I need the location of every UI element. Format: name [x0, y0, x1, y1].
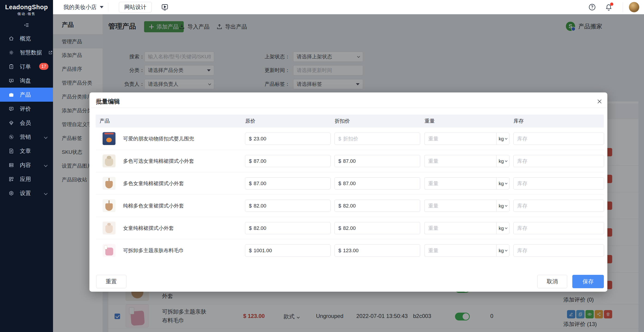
briefcase-icon — [8, 92, 14, 98]
chevron-down-icon — [505, 159, 507, 162]
column-weight: 重量 — [424, 114, 435, 128]
sidebar-item-label: 会员 — [20, 119, 31, 126]
product-image — [102, 177, 116, 190]
original-price-input[interactable]: $ — [245, 155, 330, 167]
sidebar-item-reviews[interactable]: 评价 — [0, 102, 53, 116]
weight-unit-select[interactable]: kg — [496, 222, 510, 234]
sidebar-item-articles[interactable]: 文章 — [0, 144, 53, 158]
original-price-input[interactable]: $ — [245, 244, 330, 256]
sidebar-item-orders[interactable]: 订单 17 — [0, 60, 53, 74]
top-bar: 我的美妆小店 网站设计 — [53, 0, 644, 14]
chevron-down-icon — [505, 226, 507, 229]
original-price-input[interactable]: $ — [245, 177, 330, 190]
column-discount: 折扣价 — [335, 114, 350, 128]
chevron-down-icon — [44, 164, 48, 167]
sidebar-item-label: 营销 — [20, 133, 31, 141]
weight-unit-select[interactable]: kg — [496, 155, 510, 167]
chevron-down-icon — [505, 182, 507, 184]
site-design-button[interactable]: 网站设计 — [119, 2, 152, 12]
sidebar-item-inquiries[interactable]: 询盘 — [0, 74, 53, 88]
sidebar-item-products[interactable]: 产品 — [0, 88, 53, 102]
weight-unit-select[interactable]: kg — [496, 244, 510, 256]
weight-unit-select[interactable]: kg — [496, 132, 510, 145]
product-name: 可爱的朋友动物搭扣式婴儿围兜 — [123, 135, 194, 142]
main-sidebar: LeadongShop 领动·领售 概览 智慧数据 订单 17 询盘 产品 — [0, 0, 53, 332]
weight-input[interactable] — [424, 244, 496, 256]
sidebar-item-marketing[interactable]: 营销 — [0, 130, 53, 144]
cancel-button[interactable]: 取消 — [537, 275, 567, 288]
sidebar-item-label: 智慧数据 — [20, 49, 42, 56]
discount-price-input[interactable]: $ — [334, 177, 420, 190]
product-image — [102, 244, 116, 257]
discount-price-input[interactable]: $ — [334, 132, 420, 145]
batch-edit-row: 多色女童纯棉裙摆式小外套 $ $ kg — [96, 172, 604, 194]
chevron-down-icon — [505, 137, 507, 140]
modal-title: 批量编辑 — [96, 98, 120, 106]
weight-input[interactable] — [424, 200, 496, 212]
batch-edit-row: 纯棉多色女童裙摆式小外套 $ $ kg — [96, 194, 604, 217]
stack-icon — [8, 162, 14, 168]
close-icon[interactable] — [595, 98, 604, 106]
original-price-input[interactable]: $ — [245, 200, 330, 212]
column-price: 原价 — [245, 114, 256, 128]
sidebar-item-smart-data[interactable]: 智慧数据 — [0, 46, 53, 60]
store-switcher[interactable]: 我的美妆小店 — [64, 0, 104, 14]
batch-edit-row: 女童纯棉裙摆式小外套 $ $ kg — [96, 217, 604, 239]
batch-edit-row: 多色可选女童纯棉裙摆式小外套 $ $ kg — [96, 150, 604, 172]
stock-input[interactable] — [513, 200, 604, 212]
collapse-sidebar-icon[interactable] — [24, 22, 30, 28]
sidebar-item-settings[interactable]: 设置 — [0, 186, 53, 200]
batch-edit-row: 可拆卸多主题亲肤布料毛巾 $ $ kg — [96, 239, 604, 262]
batch-edit-row: 可爱的朋友动物搭扣式婴儿围兜 $ $ kg — [96, 128, 604, 150]
weight-input[interactable] — [424, 222, 496, 234]
external-link-icon — [48, 50, 53, 55]
sidebar-item-label: 设置 — [20, 190, 31, 197]
weight-input[interactable] — [424, 177, 496, 190]
chevron-down-icon — [505, 249, 507, 251]
discount-badge-icon — [8, 134, 14, 140]
gear-icon — [8, 190, 14, 196]
sidebar-item-overview[interactable]: 概览 — [0, 31, 53, 46]
product-image — [102, 199, 116, 212]
avatar[interactable] — [629, 2, 640, 12]
sidebar-item-label: 概览 — [20, 35, 31, 42]
original-price-input[interactable]: $ — [245, 132, 330, 145]
chevron-down-icon — [505, 204, 507, 206]
chevron-down-icon — [44, 192, 48, 195]
logo: LeadongShop 领动·领售 — [0, 0, 53, 16]
save-button[interactable]: 保存 — [572, 275, 604, 288]
sidebar-item-members[interactable]: 会员 — [0, 116, 53, 130]
weight-unit-select[interactable]: kg — [496, 200, 510, 212]
weight-input[interactable] — [424, 132, 496, 145]
video-tutorial-icon[interactable] — [161, 3, 169, 11]
discount-price-input[interactable]: $ — [334, 244, 420, 256]
discount-price-input[interactable]: $ — [334, 222, 420, 234]
apps-grid-icon — [8, 176, 14, 182]
chevron-down-icon — [44, 135, 48, 139]
notifications-bell-icon[interactable] — [605, 3, 613, 11]
product-name: 可拆卸多主题亲肤布料毛巾 — [123, 247, 184, 254]
weight-input[interactable] — [424, 155, 496, 167]
diamond-icon — [8, 120, 14, 126]
store-name: 我的美妆小店 — [64, 4, 96, 11]
spark-icon — [8, 50, 14, 56]
stock-input[interactable] — [513, 222, 604, 234]
stock-input[interactable] — [513, 155, 604, 167]
reset-button[interactable]: 重置 — [96, 275, 126, 288]
discount-price-input[interactable]: $ — [334, 200, 420, 212]
stock-input[interactable] — [513, 132, 604, 145]
discount-price-input[interactable]: $ — [334, 155, 420, 167]
stock-input[interactable] — [513, 244, 604, 256]
document-icon — [8, 148, 14, 154]
column-stock: 库存 — [514, 114, 524, 128]
batch-edit-modal: 批量编辑 产品 原价 折扣价 重量 库存 可爱的朋友动物搭扣式婴儿围兜 $ $ … — [90, 92, 607, 292]
sidebar-item-label: 文章 — [20, 147, 31, 155]
sidebar-item-content[interactable]: 内容 — [0, 158, 53, 172]
original-price-input[interactable]: $ — [245, 222, 330, 234]
help-icon[interactable] — [588, 3, 596, 11]
stock-input[interactable] — [513, 177, 604, 190]
sidebar-item-apps[interactable]: 应用 — [0, 172, 53, 186]
logo-subtitle: 领动·领售 — [0, 12, 53, 16]
sidebar-item-label: 订单 — [20, 63, 31, 70]
weight-unit-select[interactable]: kg — [496, 177, 510, 190]
